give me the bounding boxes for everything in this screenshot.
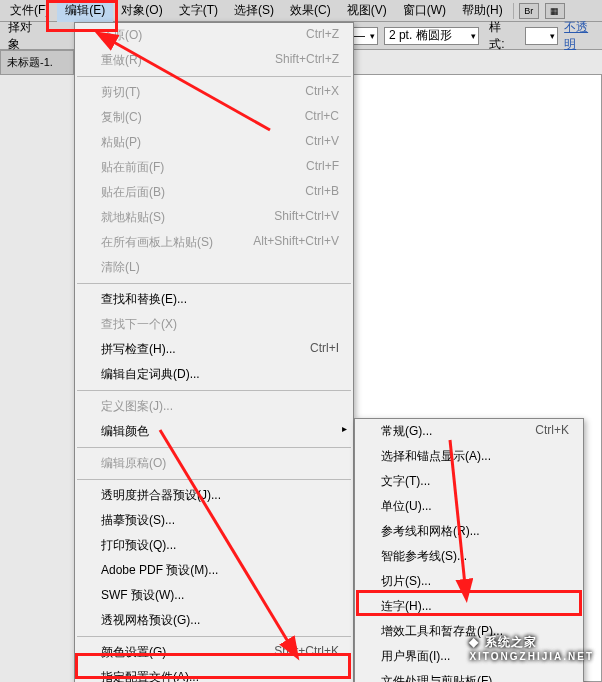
menu-item-label: 定义图案(J)... <box>101 398 173 415</box>
menu-item-label: 就地粘贴(S) <box>101 209 165 226</box>
menu-item-label: 透视网格预设(G)... <box>101 612 200 629</box>
document-tab[interactable]: 未标题-1. <box>0 50 74 75</box>
menu-item-label: 剪切(T) <box>101 84 140 101</box>
menu-item[interactable]: 文字(T)... <box>355 469 583 494</box>
menu-item[interactable]: 参考线和网格(R)... <box>355 519 583 544</box>
menu-item: 复制(C)Ctrl+C <box>75 105 353 130</box>
menu-item-label: 复制(C) <box>101 109 142 126</box>
menu-item-label: 单位(U)... <box>381 498 432 515</box>
menu-item-label: 参考线和网格(R)... <box>381 523 480 540</box>
menu-item: 还原(O)Ctrl+Z <box>75 23 353 48</box>
menu-item-shortcut: Ctrl+C <box>305 109 339 126</box>
menu-effect[interactable]: 效果(C) <box>282 0 339 22</box>
menu-item[interactable]: 常规(G)...Ctrl+K <box>355 419 583 444</box>
menu-item: 重做(R)Shift+Ctrl+Z <box>75 48 353 73</box>
menu-item-label: 透明度拼合器预设(J)... <box>101 487 221 504</box>
style-label: 样式: <box>485 19 519 53</box>
menu-item[interactable]: 指定配置文件(A)... <box>75 665 353 682</box>
menu-item[interactable]: 透视网格预设(G)... <box>75 608 353 633</box>
menu-object[interactable]: 对象(O) <box>113 0 170 22</box>
menu-item-shortcut: Ctrl+F <box>306 159 339 176</box>
menu-item: 粘贴(P)Ctrl+V <box>75 130 353 155</box>
menu-item-label: 在所有画板上粘贴(S) <box>101 234 213 251</box>
menu-item[interactable]: 编辑颜色 <box>75 419 353 444</box>
menu-item[interactable]: 颜色设置(G)...Shift+Ctrl+K <box>75 640 353 665</box>
menu-view[interactable]: 视图(V) <box>339 0 395 22</box>
menu-item-shortcut: Ctrl+I <box>310 341 339 358</box>
menu-item-label: 清除(L) <box>101 259 140 276</box>
menu-item-label: 智能参考线(S)... <box>381 548 467 565</box>
menu-item-label: 用户界面(I)... <box>381 648 450 665</box>
menu-item-label: 查找和替换(E)... <box>101 291 187 308</box>
menu-item[interactable]: 文件处理与剪贴板(F)... <box>355 669 583 682</box>
menu-item-label: 文字(T)... <box>381 473 430 490</box>
menu-item-label: 颜色设置(G)... <box>101 644 176 661</box>
menu-item-shortcut: Ctrl+B <box>305 184 339 201</box>
menu-item-label: 打印预设(Q)... <box>101 537 176 554</box>
watermark-logo-icon: ◆ <box>469 635 479 649</box>
menu-type[interactable]: 文字(T) <box>171 0 226 22</box>
menu-item-label: 常规(G)... <box>381 423 432 440</box>
menu-item-shortcut: Shift+Ctrl+V <box>274 209 339 226</box>
menu-item-label: 粘贴(P) <box>101 134 141 151</box>
menu-item-label: 描摹预设(S)... <box>101 512 175 529</box>
edit-menu-dropdown: 还原(O)Ctrl+Z重做(R)Shift+Ctrl+Z剪切(T)Ctrl+X复… <box>74 22 354 682</box>
menu-item-shortcut: Alt+Shift+Ctrl+V <box>253 234 339 251</box>
menu-item-label: 拼写检查(H)... <box>101 341 176 358</box>
menu-select[interactable]: 选择(S) <box>226 0 282 22</box>
menu-item-label: 连字(H)... <box>381 598 432 615</box>
menu-item-label: 贴在前面(F) <box>101 159 164 176</box>
menu-item[interactable]: 切片(S)... <box>355 569 583 594</box>
menu-item: 剪切(T)Ctrl+X <box>75 80 353 105</box>
menu-item-shortcut: Ctrl+X <box>305 84 339 101</box>
watermark: ◆ 系统之家 XITONGZHIJIA.NET <box>469 632 594 662</box>
menu-item: 查找下一个(X) <box>75 312 353 337</box>
menu-item[interactable]: Adobe PDF 预设(M)... <box>75 558 353 583</box>
menu-item-shortcut: Shift+Ctrl+K <box>274 644 339 661</box>
menu-item[interactable]: 描摹预设(S)... <box>75 508 353 533</box>
menu-item[interactable]: 单位(U)... <box>355 494 583 519</box>
menu-item: 贴在前面(F)Ctrl+F <box>75 155 353 180</box>
menu-item-label: 编辑原稿(O) <box>101 455 166 472</box>
menu-item-label: 重做(R) <box>101 52 142 69</box>
menu-item-label: 切片(S)... <box>381 573 431 590</box>
menu-item-label: 查找下一个(X) <box>101 316 177 333</box>
menu-item: 就地粘贴(S)Shift+Ctrl+V <box>75 205 353 230</box>
menu-item[interactable]: 选择和锚点显示(A)... <box>355 444 583 469</box>
menu-item[interactable]: 打印预设(Q)... <box>75 533 353 558</box>
bridge-icon[interactable]: Br <box>519 3 539 19</box>
menu-item[interactable]: 查找和替换(E)... <box>75 287 353 312</box>
menu-item-shortcut: Ctrl+Z <box>306 27 339 44</box>
menu-item[interactable]: 连字(H)... <box>355 594 583 619</box>
menu-item-label: 编辑自定词典(D)... <box>101 366 200 383</box>
menu-item-label: 贴在后面(B) <box>101 184 165 201</box>
menu-item-label: SWF 预设(W)... <box>101 587 184 604</box>
menu-item-shortcut: Shift+Ctrl+Z <box>275 52 339 69</box>
menu-item: 在所有画板上粘贴(S)Alt+Shift+Ctrl+V <box>75 230 353 255</box>
left-column: 未标题-1. <box>0 50 74 75</box>
menu-item[interactable]: 智能参考线(S)... <box>355 544 583 569</box>
style-dropdown[interactable] <box>525 27 558 45</box>
menu-item: 清除(L) <box>75 255 353 280</box>
menu-window[interactable]: 窗口(W) <box>395 0 454 22</box>
menu-item[interactable]: 编辑自定词典(D)... <box>75 362 353 387</box>
menu-item[interactable]: 拼写检查(H)...Ctrl+I <box>75 337 353 362</box>
select-label: 择对象 <box>4 19 46 53</box>
menu-item-label: 编辑颜色 <box>101 423 149 440</box>
menu-item: 贴在后面(B)Ctrl+B <box>75 180 353 205</box>
menu-edit[interactable]: 编辑(E) <box>57 0 113 22</box>
menu-item: 定义图案(J)... <box>75 394 353 419</box>
menu-item-shortcut: Ctrl+K <box>535 423 569 440</box>
menu-item-label: 指定配置文件(A)... <box>101 669 199 682</box>
menu-item[interactable]: SWF 预设(W)... <box>75 583 353 608</box>
opacity-link[interactable]: 不透明 <box>564 19 598 53</box>
stroke-weight-dropdown[interactable]: 2 pt. 椭圆形 <box>384 27 479 45</box>
menu-item-label: 还原(O) <box>101 27 142 44</box>
arrange-icon[interactable]: ▦ <box>545 3 565 19</box>
menu-item-shortcut: Ctrl+V <box>305 134 339 151</box>
menu-item-label: 文件处理与剪贴板(F)... <box>381 673 502 682</box>
menu-item-label: 选择和锚点显示(A)... <box>381 448 491 465</box>
menu-item-label: Adobe PDF 预设(M)... <box>101 562 218 579</box>
menu-item: 编辑原稿(O) <box>75 451 353 476</box>
menu-item[interactable]: 透明度拼合器预设(J)... <box>75 483 353 508</box>
